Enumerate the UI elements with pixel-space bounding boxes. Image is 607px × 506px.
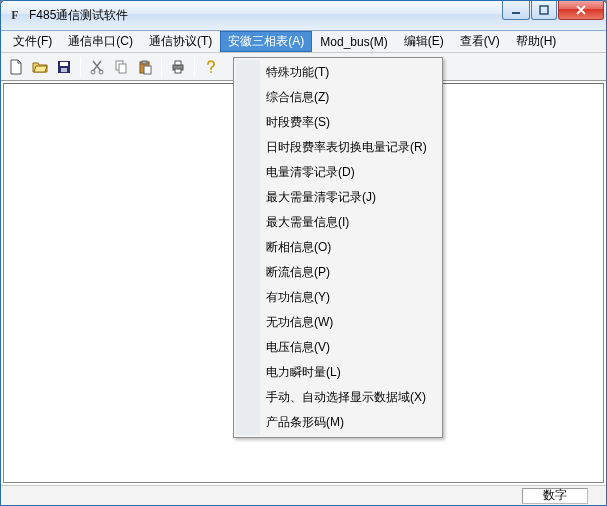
- svg-rect-8: [119, 64, 126, 73]
- close-button[interactable]: [558, 1, 604, 20]
- svg-rect-3: [60, 62, 68, 66]
- svg-rect-4: [61, 68, 67, 72]
- dd-item-phase-break[interactable]: 断相信息(O): [236, 235, 440, 260]
- dd-item-active[interactable]: 有功信息(Y): [236, 285, 440, 310]
- dd-item-energy-clear[interactable]: 电量清零记录(D): [236, 160, 440, 185]
- status-numlock: 数字: [522, 488, 588, 504]
- dropdown-menu-anhui: 特殊功能(T) 综合信息(Z) 时段费率(S) 日时段费率表切换电量记录(R) …: [233, 57, 443, 438]
- app-icon: F: [7, 8, 23, 24]
- toolbar-separator: [194, 57, 195, 77]
- client-area: 特殊功能(T) 综合信息(Z) 时段费率(S) 日时段费率表切换电量记录(R) …: [3, 83, 604, 483]
- menu-anhui-meter[interactable]: 安徽三相表(A): [220, 31, 312, 52]
- svg-rect-14: [175, 69, 181, 73]
- menu-edit[interactable]: 编辑(E): [396, 31, 452, 52]
- print-icon[interactable]: [167, 56, 189, 78]
- title-bar[interactable]: F F485通信测试软件: [1, 1, 606, 31]
- dd-item-summary[interactable]: 综合信息(Z): [236, 85, 440, 110]
- dd-item-tariff[interactable]: 时段费率(S): [236, 110, 440, 135]
- menu-bar: 文件(F) 通信串口(C) 通信协议(T) 安徽三相表(A) Mod_bus(M…: [1, 31, 606, 53]
- menu-modbus[interactable]: Mod_bus(M): [312, 31, 395, 52]
- dd-item-maxdemand-info[interactable]: 最大需量信息(I): [236, 210, 440, 235]
- svg-point-15: [210, 71, 212, 73]
- dd-item-current-break[interactable]: 断流信息(P): [236, 260, 440, 285]
- dd-item-display-sel[interactable]: 手动、自动选择显示数据域(X): [236, 385, 440, 410]
- dd-item-barcode[interactable]: 产品条形码(M): [236, 410, 440, 435]
- dd-item-reactive[interactable]: 无功信息(W): [236, 310, 440, 335]
- svg-rect-11: [144, 66, 151, 74]
- dd-item-maxdemand-clear[interactable]: 最大需量清零记录(J): [236, 185, 440, 210]
- dd-item-special[interactable]: 特殊功能(T): [236, 60, 440, 85]
- copy-icon[interactable]: [110, 56, 132, 78]
- menu-comm-protocol[interactable]: 通信协议(T): [141, 31, 220, 52]
- svg-rect-0: [512, 12, 520, 14]
- dd-item-voltage[interactable]: 电压信息(V): [236, 335, 440, 360]
- menu-comm-port[interactable]: 通信串口(C): [60, 31, 141, 52]
- cut-icon[interactable]: [86, 56, 108, 78]
- svg-rect-1: [540, 6, 548, 14]
- new-icon[interactable]: [5, 56, 27, 78]
- svg-rect-10: [142, 61, 147, 64]
- toolbar-separator: [80, 57, 81, 77]
- menu-file[interactable]: 文件(F): [5, 31, 60, 52]
- dd-item-daily-rec[interactable]: 日时段费率表切换电量记录(R): [236, 135, 440, 160]
- window-title: F485通信测试软件: [29, 7, 502, 24]
- status-bar: 数字: [1, 485, 606, 505]
- minimize-button[interactable]: [502, 1, 530, 20]
- app-window: F F485通信测试软件 文件(F) 通信串口(C) 通信协议(T) 安徽三相表…: [0, 0, 607, 506]
- open-icon[interactable]: [29, 56, 51, 78]
- menu-help[interactable]: 帮助(H): [508, 31, 565, 52]
- window-controls: [502, 1, 606, 30]
- save-icon[interactable]: [53, 56, 75, 78]
- menu-view[interactable]: 查看(V): [452, 31, 508, 52]
- dd-item-instant[interactable]: 电力瞬时量(L): [236, 360, 440, 385]
- paste-icon[interactable]: [134, 56, 156, 78]
- svg-rect-13: [175, 61, 181, 65]
- help-icon[interactable]: [200, 56, 222, 78]
- toolbar-separator: [161, 57, 162, 77]
- maximize-button[interactable]: [531, 1, 557, 20]
